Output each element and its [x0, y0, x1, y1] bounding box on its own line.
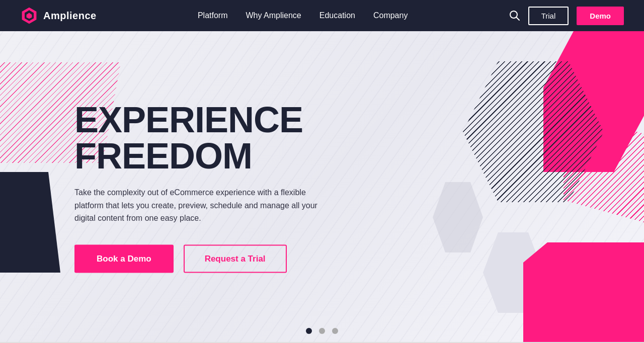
shape-right-container	[382, 31, 644, 343]
logo[interactable]: Amplience	[20, 7, 97, 25]
request-trial-button[interactable]: Request a Trial	[184, 244, 287, 273]
carousel-dots	[306, 328, 338, 334]
nav-links: Platform Why Amplience Education Company	[198, 11, 408, 20]
carousel-dot-2[interactable]	[319, 328, 325, 334]
nav-actions: Trial Demo	[509, 7, 624, 25]
nav-link-education[interactable]: Education	[319, 11, 355, 20]
carousel-dot-3[interactable]	[332, 328, 338, 334]
search-button[interactable]	[509, 10, 520, 21]
book-demo-button[interactable]: Book a Demo	[74, 244, 174, 273]
nav-link-platform[interactable]: Platform	[198, 11, 228, 20]
hero-content: EXPERIENCE FREEDOM Take the complexity o…	[74, 102, 396, 273]
demo-nav-button[interactable]: Demo	[577, 7, 624, 25]
trial-button[interactable]: Trial	[528, 7, 569, 25]
hero-section: EXPERIENCE FREEDOM Take the complexity o…	[0, 31, 644, 343]
svg-line-4	[516, 18, 519, 21]
shape-r6	[433, 182, 483, 252]
logo-text: Amplience	[43, 10, 97, 22]
shape-r4	[523, 242, 644, 343]
hero-buttons: Book a Demo Request a Trial	[74, 244, 396, 273]
hero-subtitle: Take the complexity out of eCommerce exp…	[74, 186, 326, 225]
hero-title: EXPERIENCE FREEDOM	[74, 102, 396, 174]
nav-link-company[interactable]: Company	[373, 11, 408, 20]
nav-link-why-amplience[interactable]: Why Amplience	[246, 11, 301, 20]
navbar: Amplience Platform Why Amplience Educati…	[0, 0, 644, 31]
carousel-dot-1[interactable]	[306, 328, 312, 334]
